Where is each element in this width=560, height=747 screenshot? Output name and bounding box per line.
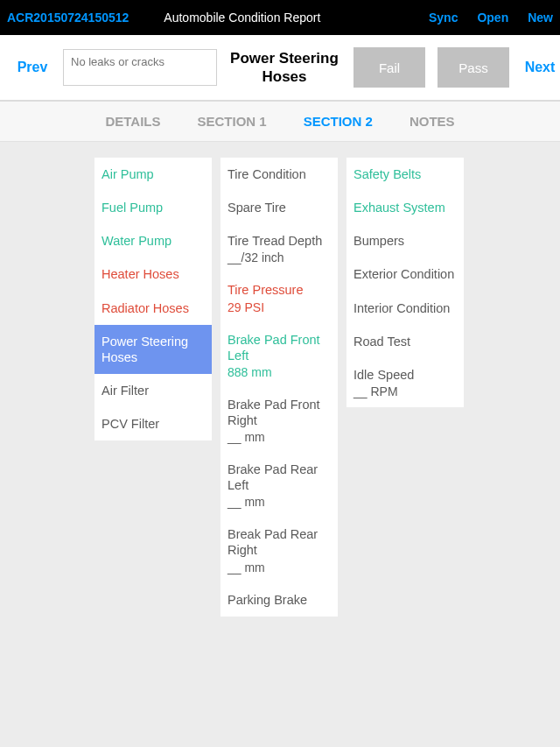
list-item[interactable]: Exterior Condition bbox=[346, 257, 464, 291]
list-item[interactable]: Tire Tread Depth bbox=[220, 224, 338, 250]
list-item-sub: __ mm bbox=[220, 430, 338, 453]
report-id: ACR20150724150512 bbox=[7, 11, 129, 25]
page-title: Automobile Condition Report bbox=[164, 11, 320, 25]
list-item[interactable]: Water Pump bbox=[94, 224, 212, 257]
tab-section2[interactable]: SECTION 2 bbox=[304, 114, 373, 129]
list-item[interactable]: Air Pump bbox=[94, 158, 212, 191]
list-item[interactable]: Fuel Pump bbox=[94, 191, 212, 224]
list-item-sub: __/32 inch bbox=[220, 250, 338, 273]
list-item[interactable]: Brake Pad Rear Left bbox=[220, 453, 338, 495]
list-item[interactable]: Exhaust System bbox=[346, 191, 464, 224]
top-bar: ACR20150724150512 Automobile Condition R… bbox=[0, 0, 560, 35]
list-item[interactable]: Break Pad Rear Right bbox=[220, 518, 338, 560]
list-item[interactable]: Safety Belts bbox=[346, 158, 464, 191]
list-item[interactable]: Idle Speed bbox=[346, 358, 464, 384]
notes-input[interactable] bbox=[71, 55, 209, 68]
columns: Air PumpFuel PumpWater PumpHeater HosesR… bbox=[0, 142, 560, 617]
list-item[interactable]: Interior Condition bbox=[346, 292, 464, 325]
column-1: Air PumpFuel PumpWater PumpHeater HosesR… bbox=[94, 158, 212, 440]
tab-details[interactable]: DETAILS bbox=[105, 114, 160, 129]
fail-button[interactable]: Fail bbox=[354, 47, 425, 88]
list-item[interactable]: Heater Hoses bbox=[94, 257, 212, 291]
list-item-sub: 29 PSI bbox=[220, 300, 338, 323]
list-item[interactable]: Bumpers bbox=[346, 224, 464, 257]
list-item[interactable]: Tire Pressure bbox=[220, 273, 338, 300]
list-item[interactable]: Brake Pad Front Left bbox=[220, 323, 338, 365]
pass-button[interactable]: Pass bbox=[438, 47, 509, 88]
list-item[interactable]: Road Test bbox=[346, 325, 464, 358]
tab-bar: DETAILS SECTION 1 SECTION 2 NOTES bbox=[0, 102, 560, 142]
column-3: Safety BeltsExhaust SystemBumpersExterio… bbox=[346, 158, 464, 407]
list-item-sub: __ mm bbox=[220, 560, 338, 583]
list-item[interactable]: Power Steering Hoses bbox=[94, 325, 212, 374]
current-item-title: Power Steering Hoses bbox=[228, 49, 341, 87]
item-header: Prev Power Steering Hoses Fail Pass Next bbox=[0, 35, 560, 102]
list-item-sub: __ RPM bbox=[346, 384, 464, 407]
tab-notes[interactable]: NOTES bbox=[410, 114, 455, 129]
notes-input-box[interactable] bbox=[63, 49, 217, 86]
list-item[interactable]: Radiator Hoses bbox=[94, 292, 212, 325]
next-button[interactable]: Next bbox=[520, 60, 560, 75]
list-item[interactable]: Parking Brake bbox=[220, 583, 338, 617]
tab-section1[interactable]: SECTION 1 bbox=[198, 114, 267, 129]
list-item-sub: 888 mm bbox=[220, 365, 338, 388]
prev-button[interactable]: Prev bbox=[12, 60, 52, 75]
new-link[interactable]: New bbox=[528, 11, 553, 25]
list-item-sub: __ mm bbox=[220, 495, 338, 518]
sync-link[interactable]: Sync bbox=[429, 11, 458, 25]
column-2: Tire ConditionSpare TireTire Tread Depth… bbox=[220, 158, 338, 617]
list-item[interactable]: Spare Tire bbox=[220, 191, 338, 224]
list-item[interactable]: PCV Filter bbox=[94, 407, 212, 440]
list-item[interactable]: Tire Condition bbox=[220, 158, 338, 191]
list-item[interactable]: Air Filter bbox=[94, 374, 212, 407]
open-link[interactable]: Open bbox=[477, 11, 508, 25]
list-item[interactable]: Brake Pad Front Right bbox=[220, 388, 338, 430]
